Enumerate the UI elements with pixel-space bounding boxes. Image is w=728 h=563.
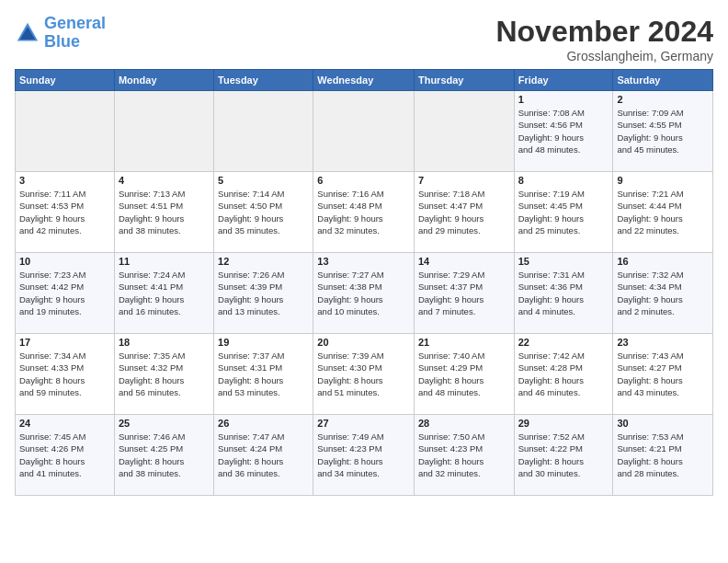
day-number: 26 bbox=[218, 418, 309, 429]
day-info: Sunrise: 7:34 AM Sunset: 4:33 PM Dayligh… bbox=[19, 350, 110, 398]
col-tuesday: Tuesday bbox=[214, 70, 313, 91]
calendar-cell: 17Sunrise: 7:34 AM Sunset: 4:33 PM Dayli… bbox=[16, 334, 115, 415]
day-number: 13 bbox=[317, 256, 410, 267]
day-number: 1 bbox=[518, 94, 609, 105]
day-number: 10 bbox=[19, 256, 110, 267]
calendar-cell: 15Sunrise: 7:31 AM Sunset: 4:36 PM Dayli… bbox=[514, 253, 613, 334]
location: Grosslangheim, Germany bbox=[495, 49, 713, 63]
day-info: Sunrise: 7:26 AM Sunset: 4:39 PM Dayligh… bbox=[218, 269, 309, 317]
day-info: Sunrise: 7:21 AM Sunset: 4:44 PM Dayligh… bbox=[617, 188, 709, 236]
calendar-week-0: 1Sunrise: 7:08 AM Sunset: 4:56 PM Daylig… bbox=[16, 91, 713, 172]
calendar-cell: 9Sunrise: 7:21 AM Sunset: 4:44 PM Daylig… bbox=[613, 172, 713, 253]
calendar-cell bbox=[214, 91, 313, 172]
logo-text: General Blue bbox=[44, 15, 106, 52]
day-info: Sunrise: 7:13 AM Sunset: 4:51 PM Dayligh… bbox=[119, 188, 210, 236]
day-info: Sunrise: 7:09 AM Sunset: 4:55 PM Dayligh… bbox=[617, 107, 709, 155]
day-info: Sunrise: 7:23 AM Sunset: 4:42 PM Dayligh… bbox=[19, 269, 110, 317]
day-number: 3 bbox=[19, 175, 110, 186]
day-info: Sunrise: 7:43 AM Sunset: 4:27 PM Dayligh… bbox=[617, 350, 709, 398]
day-number: 7 bbox=[418, 175, 510, 186]
col-thursday: Thursday bbox=[414, 70, 514, 91]
header: General Blue November 2024 Grosslangheim… bbox=[15, 15, 713, 63]
day-number: 6 bbox=[317, 175, 410, 186]
calendar-cell: 21Sunrise: 7:40 AM Sunset: 4:29 PM Dayli… bbox=[414, 334, 514, 415]
day-info: Sunrise: 7:50 AM Sunset: 4:23 PM Dayligh… bbox=[418, 431, 510, 479]
calendar-cell: 19Sunrise: 7:37 AM Sunset: 4:31 PM Dayli… bbox=[214, 334, 313, 415]
calendar-cell: 16Sunrise: 7:32 AM Sunset: 4:34 PM Dayli… bbox=[613, 253, 713, 334]
calendar-cell: 20Sunrise: 7:39 AM Sunset: 4:30 PM Dayli… bbox=[313, 334, 415, 415]
day-number: 24 bbox=[19, 418, 110, 429]
calendar-cell bbox=[16, 91, 115, 172]
calendar-cell: 24Sunrise: 7:45 AM Sunset: 4:26 PM Dayli… bbox=[16, 415, 115, 496]
day-number: 11 bbox=[119, 256, 210, 267]
day-info: Sunrise: 7:16 AM Sunset: 4:48 PM Dayligh… bbox=[317, 188, 410, 236]
day-info: Sunrise: 7:53 AM Sunset: 4:21 PM Dayligh… bbox=[617, 431, 709, 479]
title-block: November 2024 Grosslangheim, Germany bbox=[495, 15, 713, 63]
calendar-cell bbox=[414, 91, 514, 172]
day-number: 23 bbox=[617, 337, 709, 348]
calendar-header: Sunday Monday Tuesday Wednesday Thursday… bbox=[16, 70, 713, 91]
logo-icon bbox=[15, 20, 40, 46]
col-friday: Friday bbox=[514, 70, 613, 91]
calendar-cell: 29Sunrise: 7:52 AM Sunset: 4:22 PM Dayli… bbox=[514, 415, 613, 496]
day-number: 28 bbox=[418, 418, 510, 429]
calendar-week-4: 24Sunrise: 7:45 AM Sunset: 4:26 PM Dayli… bbox=[16, 415, 713, 496]
logo: General Blue bbox=[15, 15, 106, 52]
col-wednesday: Wednesday bbox=[313, 70, 415, 91]
logo-line2: Blue bbox=[44, 32, 80, 51]
calendar-cell: 1Sunrise: 7:08 AM Sunset: 4:56 PM Daylig… bbox=[514, 91, 613, 172]
day-info: Sunrise: 7:42 AM Sunset: 4:28 PM Dayligh… bbox=[518, 350, 609, 398]
day-info: Sunrise: 7:45 AM Sunset: 4:26 PM Dayligh… bbox=[19, 431, 110, 479]
day-number: 25 bbox=[119, 418, 210, 429]
day-number: 21 bbox=[418, 337, 510, 348]
logo-line1: General bbox=[44, 14, 106, 32]
day-info: Sunrise: 7:27 AM Sunset: 4:38 PM Dayligh… bbox=[317, 269, 410, 317]
calendar-cell: 28Sunrise: 7:50 AM Sunset: 4:23 PM Dayli… bbox=[414, 415, 514, 496]
calendar-cell: 18Sunrise: 7:35 AM Sunset: 4:32 PM Dayli… bbox=[114, 334, 213, 415]
day-info: Sunrise: 7:18 AM Sunset: 4:47 PM Dayligh… bbox=[418, 188, 510, 236]
calendar-week-2: 10Sunrise: 7:23 AM Sunset: 4:42 PM Dayli… bbox=[16, 253, 713, 334]
day-info: Sunrise: 7:24 AM Sunset: 4:41 PM Dayligh… bbox=[119, 269, 210, 317]
calendar-cell: 27Sunrise: 7:49 AM Sunset: 4:23 PM Dayli… bbox=[313, 415, 415, 496]
col-sunday: Sunday bbox=[16, 70, 115, 91]
day-info: Sunrise: 7:11 AM Sunset: 4:53 PM Dayligh… bbox=[19, 188, 110, 236]
day-number: 12 bbox=[218, 256, 309, 267]
calendar-cell: 13Sunrise: 7:27 AM Sunset: 4:38 PM Dayli… bbox=[313, 253, 415, 334]
calendar-cell: 23Sunrise: 7:43 AM Sunset: 4:27 PM Dayli… bbox=[613, 334, 713, 415]
calendar-cell: 5Sunrise: 7:14 AM Sunset: 4:50 PM Daylig… bbox=[214, 172, 313, 253]
day-info: Sunrise: 7:39 AM Sunset: 4:30 PM Dayligh… bbox=[317, 350, 410, 398]
day-info: Sunrise: 7:40 AM Sunset: 4:29 PM Dayligh… bbox=[418, 350, 510, 398]
day-info: Sunrise: 7:19 AM Sunset: 4:45 PM Dayligh… bbox=[518, 188, 609, 236]
day-info: Sunrise: 7:14 AM Sunset: 4:50 PM Dayligh… bbox=[218, 188, 309, 236]
calendar-cell: 10Sunrise: 7:23 AM Sunset: 4:42 PM Dayli… bbox=[16, 253, 115, 334]
header-row: Sunday Monday Tuesday Wednesday Thursday… bbox=[16, 70, 713, 91]
day-info: Sunrise: 7:08 AM Sunset: 4:56 PM Dayligh… bbox=[518, 107, 609, 155]
day-info: Sunrise: 7:52 AM Sunset: 4:22 PM Dayligh… bbox=[518, 431, 609, 479]
day-number: 18 bbox=[119, 337, 210, 348]
day-number: 20 bbox=[317, 337, 410, 348]
calendar-cell: 8Sunrise: 7:19 AM Sunset: 4:45 PM Daylig… bbox=[514, 172, 613, 253]
day-number: 29 bbox=[518, 418, 609, 429]
calendar-cell: 11Sunrise: 7:24 AM Sunset: 4:41 PM Dayli… bbox=[114, 253, 213, 334]
day-info: Sunrise: 7:29 AM Sunset: 4:37 PM Dayligh… bbox=[418, 269, 510, 317]
calendar: Sunday Monday Tuesday Wednesday Thursday… bbox=[15, 69, 713, 496]
day-info: Sunrise: 7:31 AM Sunset: 4:36 PM Dayligh… bbox=[518, 269, 609, 317]
day-number: 17 bbox=[19, 337, 110, 348]
day-number: 27 bbox=[317, 418, 410, 429]
day-number: 14 bbox=[418, 256, 510, 267]
day-number: 16 bbox=[617, 256, 709, 267]
calendar-week-3: 17Sunrise: 7:34 AM Sunset: 4:33 PM Dayli… bbox=[16, 334, 713, 415]
day-number: 19 bbox=[218, 337, 309, 348]
day-info: Sunrise: 7:37 AM Sunset: 4:31 PM Dayligh… bbox=[218, 350, 309, 398]
calendar-cell: 2Sunrise: 7:09 AM Sunset: 4:55 PM Daylig… bbox=[613, 91, 713, 172]
day-info: Sunrise: 7:32 AM Sunset: 4:34 PM Dayligh… bbox=[617, 269, 709, 317]
month-title: November 2024 bbox=[495, 15, 713, 49]
calendar-cell: 12Sunrise: 7:26 AM Sunset: 4:39 PM Dayli… bbox=[214, 253, 313, 334]
calendar-cell: 3Sunrise: 7:11 AM Sunset: 4:53 PM Daylig… bbox=[16, 172, 115, 253]
day-info: Sunrise: 7:47 AM Sunset: 4:24 PM Dayligh… bbox=[218, 431, 309, 479]
calendar-cell: 30Sunrise: 7:53 AM Sunset: 4:21 PM Dayli… bbox=[613, 415, 713, 496]
day-number: 5 bbox=[218, 175, 309, 186]
calendar-body: 1Sunrise: 7:08 AM Sunset: 4:56 PM Daylig… bbox=[16, 91, 713, 496]
calendar-cell: 25Sunrise: 7:46 AM Sunset: 4:25 PM Dayli… bbox=[114, 415, 213, 496]
page-container: General Blue November 2024 Grosslangheim… bbox=[0, 0, 728, 505]
